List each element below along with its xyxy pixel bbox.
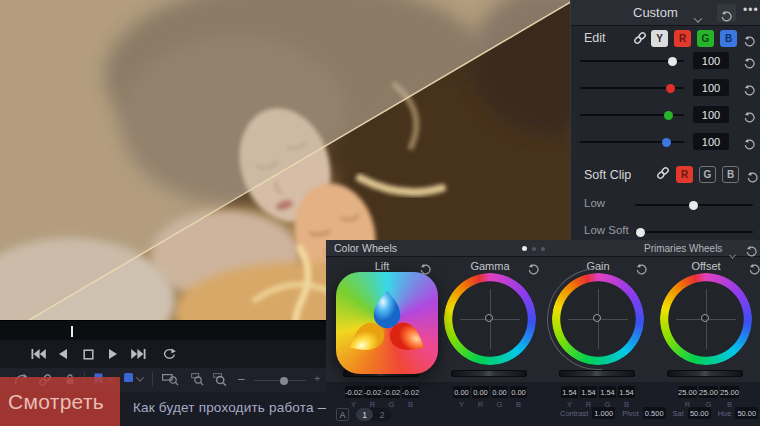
gain-value-b[interactable]: 1.54 bbox=[618, 386, 635, 398]
wheels-panel-reset-button[interactable] bbox=[746, 243, 757, 254]
zoom-out-icon[interactable]: – bbox=[238, 372, 245, 386]
red-slider-handle[interactable] bbox=[666, 84, 675, 93]
gamma-color-wheel[interactable] bbox=[444, 273, 536, 365]
offset-wheel-group: Offset bbox=[652, 257, 760, 382]
offset-color-wheel[interactable] bbox=[660, 273, 752, 365]
offset-master-slider[interactable] bbox=[667, 370, 743, 377]
gain-wheel-group: Gain bbox=[544, 257, 652, 382]
soft-clip-reset-button[interactable] bbox=[747, 169, 758, 180]
luma-slider-handle[interactable] bbox=[668, 57, 677, 66]
low-soft-label: Low Soft bbox=[584, 224, 629, 236]
gain-master-slider[interactable] bbox=[559, 370, 635, 377]
soft-clip-b-button[interactable]: B bbox=[722, 166, 739, 183]
stop-button[interactable] bbox=[78, 346, 98, 362]
gamma-reset-button[interactable] bbox=[528, 261, 539, 272]
adjustment-params: Contrast 1.000 Pivot 0.500 Sat 50.00 Hue… bbox=[560, 407, 760, 419]
green-value[interactable]: 100 bbox=[693, 106, 729, 123]
lift-value-b[interactable]: -0.02 bbox=[402, 386, 419, 398]
edit-channel-g-button[interactable]: G bbox=[697, 30, 714, 47]
low-slider[interactable] bbox=[635, 204, 753, 206]
wheels-mode-dropdown[interactable]: Primaries Wheels bbox=[644, 243, 722, 254]
lift-value-r[interactable]: -0.02 bbox=[364, 386, 381, 398]
zoom-slider-handle[interactable] bbox=[280, 377, 288, 385]
offset-reset-button[interactable] bbox=[749, 261, 760, 272]
gamma-value-b[interactable]: 0.00 bbox=[510, 386, 527, 398]
edit-reset-button[interactable] bbox=[744, 33, 755, 44]
luma-reset-button[interactable] bbox=[744, 55, 755, 66]
red-value[interactable]: 100 bbox=[693, 79, 729, 96]
panel-reset-button[interactable] bbox=[717, 4, 736, 22]
gain-color-wheel[interactable] bbox=[552, 273, 644, 365]
gamma-value-r[interactable]: 0.00 bbox=[472, 386, 489, 398]
blue-slider-handle[interactable] bbox=[662, 138, 671, 147]
marker-color-icon[interactable] bbox=[124, 373, 133, 382]
red-slider[interactable] bbox=[580, 87, 684, 89]
zoom-fit-icon[interactable] bbox=[162, 373, 179, 386]
wheel-page-2-button[interactable]: 2 bbox=[373, 410, 391, 420]
offset-value-r[interactable]: 25.00 bbox=[678, 386, 697, 398]
sat-value[interactable]: 50.00 bbox=[688, 407, 711, 419]
soft-clip-link-icon[interactable] bbox=[656, 166, 670, 184]
blue-slider[interactable] bbox=[580, 141, 684, 143]
play-reverse-button[interactable] bbox=[53, 346, 73, 362]
auto-balance-button[interactable]: A bbox=[336, 408, 349, 421]
gain-wheel-handle[interactable] bbox=[593, 314, 601, 322]
loop-button[interactable] bbox=[159, 346, 179, 362]
red-reset-button[interactable] bbox=[744, 82, 755, 93]
low-soft-slider-handle[interactable] bbox=[636, 228, 645, 237]
low-soft-slider[interactable] bbox=[635, 231, 753, 233]
gamma-value-y[interactable]: 0.00 bbox=[453, 386, 470, 398]
edit-channel-y-button[interactable]: Y bbox=[651, 30, 668, 47]
skip-end-button[interactable] bbox=[128, 346, 148, 362]
soft-clip-r-button[interactable]: R bbox=[676, 166, 693, 183]
offset-value-b[interactable]: 25.00 bbox=[720, 386, 739, 398]
playhead[interactable] bbox=[71, 326, 73, 337]
gamma-master-slider[interactable] bbox=[451, 370, 527, 377]
green-slider[interactable] bbox=[580, 114, 684, 116]
watch-button[interactable]: Смотреть bbox=[0, 377, 120, 426]
gain-reset-button[interactable] bbox=[636, 261, 647, 272]
gain-value-g[interactable]: 1.54 bbox=[599, 386, 616, 398]
edit-channel-r-button[interactable]: R bbox=[674, 30, 691, 47]
zoom-in-icon[interactable]: + bbox=[314, 372, 320, 384]
blue-value[interactable]: 100 bbox=[693, 133, 729, 150]
gain-value-y[interactable]: 1.54 bbox=[561, 386, 578, 398]
luma-slider[interactable] bbox=[580, 60, 684, 62]
page-dot[interactable] bbox=[532, 247, 536, 251]
page-dot[interactable] bbox=[541, 247, 545, 251]
gamma-wheel-handle[interactable] bbox=[485, 314, 493, 322]
offset-wheel-handle[interactable] bbox=[701, 314, 709, 322]
gain-value-r[interactable]: 1.54 bbox=[580, 386, 597, 398]
green-slider-handle[interactable] bbox=[664, 111, 673, 120]
gamma-value-g[interactable]: 0.00 bbox=[491, 386, 508, 398]
marker-dropdown-chevron-icon[interactable] bbox=[137, 376, 143, 382]
offset-value-g[interactable]: 25.00 bbox=[699, 386, 718, 398]
lift-reset-button[interactable] bbox=[420, 261, 431, 272]
hue-value[interactable]: 50.00 bbox=[735, 407, 758, 419]
contrast-label: Contrast bbox=[560, 409, 588, 418]
edit-channel-b-button[interactable]: B bbox=[720, 30, 737, 47]
panel-options-icon[interactable]: ••• bbox=[743, 3, 759, 17]
low-slider-handle[interactable] bbox=[689, 201, 698, 210]
wheel-page-1-button[interactable]: 1 bbox=[356, 408, 373, 421]
lift-value-g[interactable]: -0.02 bbox=[383, 386, 400, 398]
green-reset-button[interactable] bbox=[744, 109, 755, 120]
pivot-value[interactable]: 0.500 bbox=[643, 407, 666, 419]
preset-chevron-icon[interactable] bbox=[695, 9, 701, 27]
lift-value-y[interactable]: -0.02 bbox=[345, 386, 362, 398]
zoom-100-icon[interactable] bbox=[213, 373, 227, 386]
blue-reset-button[interactable] bbox=[744, 136, 755, 147]
edit-link-channels-icon[interactable] bbox=[633, 31, 647, 49]
luma-value[interactable]: 100 bbox=[693, 52, 729, 69]
pivot-label: Pivot bbox=[622, 409, 639, 418]
davinci-resolve-logo-inner bbox=[341, 277, 433, 369]
play-button[interactable] bbox=[103, 346, 123, 362]
contrast-value[interactable]: 1.000 bbox=[592, 407, 615, 419]
skip-start-button[interactable] bbox=[28, 346, 48, 362]
page-dot-active[interactable] bbox=[522, 246, 527, 251]
preset-dropdown[interactable]: Custom bbox=[633, 5, 678, 20]
offset-label: Offset bbox=[652, 260, 760, 272]
gain-values: 1.54 1.54 1.54 1.54 bbox=[561, 386, 635, 398]
zoom-window-icon[interactable] bbox=[191, 373, 204, 386]
soft-clip-g-button[interactable]: G bbox=[699, 166, 716, 183]
